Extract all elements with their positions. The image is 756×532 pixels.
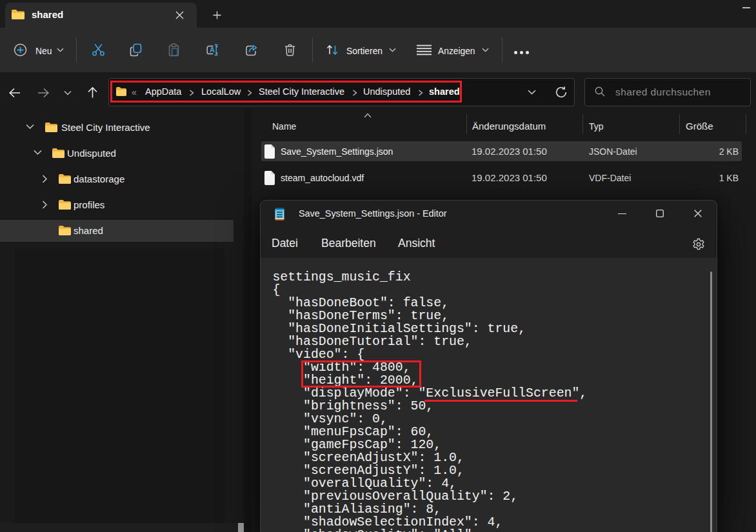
svg-text:A: A bbox=[210, 46, 215, 54]
